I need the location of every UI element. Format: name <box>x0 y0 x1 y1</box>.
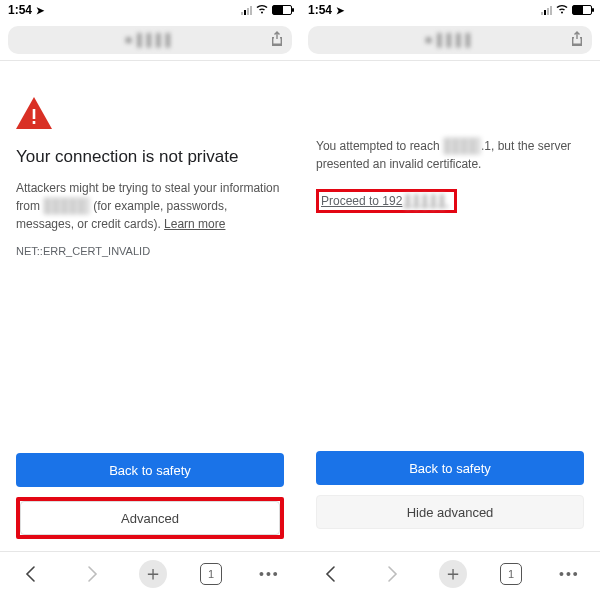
share-icon[interactable] <box>270 30 284 50</box>
forward-icon[interactable] <box>378 560 406 588</box>
advanced-button[interactable]: Advanced <box>20 501 280 535</box>
page-content-right: You attempted to reach ▌▌▌▌.1, but the s… <box>300 61 600 451</box>
browser-toolbar: ＋ 1 ••• <box>0 551 300 595</box>
battery-icon <box>572 5 592 15</box>
back-to-safety-button[interactable]: Back to safety <box>16 453 284 487</box>
url-text: ■ ▌▌▌▌ <box>125 33 176 47</box>
tabs-button[interactable]: 1 <box>200 563 222 585</box>
back-icon[interactable] <box>317 560 345 588</box>
wifi-icon <box>255 4 269 16</box>
phone-right: 1:54 ➤ ■ ▌▌▌▌ You attempted to reach ▌▌▌… <box>300 0 600 595</box>
back-icon[interactable] <box>17 560 45 588</box>
status-time: 1:54 <box>8 3 32 17</box>
proceed-link[interactable]: Proceed to 192 ▌▌▌▌▌ <box>321 194 448 208</box>
share-icon[interactable] <box>570 30 584 50</box>
url-bar-wrap: ■ ▌▌▌▌ <box>300 20 600 58</box>
status-time: 1:54 <box>308 3 332 17</box>
back-to-safety-button[interactable]: Back to safety <box>316 451 584 485</box>
menu-icon[interactable]: ••• <box>555 560 583 588</box>
browser-toolbar: ＋ 1 ••• <box>300 551 600 595</box>
hide-advanced-button[interactable]: Hide advanced <box>316 495 584 529</box>
blurred-domain: ▌▌▌▌▌ <box>43 197 90 215</box>
cellular-icon <box>541 5 552 15</box>
location-icon: ➤ <box>36 5 44 16</box>
blurred-domain: ▌▌▌▌ <box>443 137 481 155</box>
highlight-proceed: Proceed to 192 ▌▌▌▌▌ <box>316 189 457 213</box>
cellular-icon <box>241 5 252 15</box>
tabs-button[interactable]: 1 <box>500 563 522 585</box>
wifi-icon <box>555 4 569 16</box>
new-tab-button[interactable]: ＋ <box>439 560 467 588</box>
svg-rect-1 <box>33 121 36 124</box>
url-bar[interactable]: ■ ▌▌▌▌ <box>308 26 592 54</box>
battery-icon <box>272 5 292 15</box>
svg-rect-0 <box>33 109 36 119</box>
highlight-advanced: Advanced <box>16 497 284 539</box>
forward-icon[interactable] <box>78 560 106 588</box>
url-bar-wrap: ■ ▌▌▌▌ <box>0 20 300 58</box>
url-text: ■ ▌▌▌▌ <box>425 33 476 47</box>
phone-left: 1:54 ➤ ■ ▌▌▌▌ Your connection is not pri… <box>0 0 300 595</box>
status-bar: 1:54 ➤ <box>0 0 300 20</box>
advanced-explanation: You attempted to reach ▌▌▌▌.1, but the s… <box>316 137 584 173</box>
menu-icon[interactable]: ••• <box>255 560 283 588</box>
page-title: Your connection is not private <box>16 147 284 167</box>
error-code: NET::ERR_CERT_INVALID <box>16 245 284 257</box>
button-area-left: Back to safety Advanced <box>0 453 300 551</box>
warning-icon <box>16 97 52 129</box>
url-bar[interactable]: ■ ▌▌▌▌ <box>8 26 292 54</box>
button-area-right: Back to safety Hide advanced <box>300 451 600 551</box>
page-content-left: Your connection is not private Attackers… <box>0 61 300 453</box>
learn-more-link[interactable]: Learn more <box>164 217 225 231</box>
status-bar: 1:54 ➤ <box>300 0 600 20</box>
new-tab-button[interactable]: ＋ <box>139 560 167 588</box>
location-icon: ➤ <box>336 5 344 16</box>
warning-body: Attackers might be trying to steal your … <box>16 179 284 233</box>
